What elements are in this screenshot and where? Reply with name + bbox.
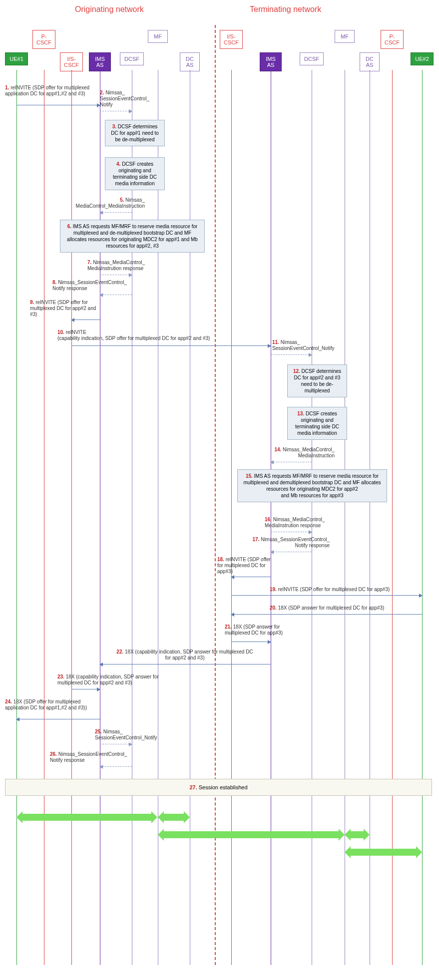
media-arrow-1 [22, 814, 151, 821]
msg-18: 18. reINVITE (SDP offer for multiplexed … [217, 557, 275, 575]
msg-14: 14. Nimsas_MediaControl_ MediaInstructio… [250, 447, 335, 459]
actor-mf-orig: MF [148, 30, 168, 43]
arrow-5 [100, 212, 132, 213]
arrow-25 [100, 744, 132, 744]
arrow-22 [100, 664, 271, 664]
lifeline-ue1 [16, 70, 17, 965]
msg-21: 21. 18X (SDP answer for multiplexed DC f… [225, 624, 305, 636]
note-15: 15. IMS AS requests MF/MRF to reserve me… [237, 469, 387, 502]
actor-dcsf-term: DCSF [300, 52, 324, 65]
arrow-17 [271, 552, 312, 552]
terminating-network-label: Terminating network [250, 5, 321, 14]
arrow-1 [16, 105, 100, 105]
note-4: 4. DCSF creates originating and terminat… [105, 157, 165, 190]
actor-imsas-term: IMS AS [260, 52, 282, 71]
note-12: 12. DCSF determines DC for app#2 and #3 … [287, 364, 347, 397]
media-arrow-3 [164, 831, 339, 838]
arrow-8 [100, 295, 132, 295]
session-established-box: 27. Session established [5, 779, 432, 796]
note-13: 13. DCSF creates originating and termina… [287, 407, 347, 440]
arrow-24 [16, 719, 100, 719]
msg-20: 20. 18X (SDP answer for multiplexed DC f… [270, 605, 420, 611]
actor-dcas-orig: DC AS [180, 52, 200, 71]
msg-16: 16. Nimsas_MediaControl_ MediaInstrution… [265, 517, 345, 529]
arrow-7 [100, 275, 132, 275]
msg-17: 17. Nimsas_SessionEventControl_ Notify r… [240, 537, 330, 549]
msg-1: 1. reINVITE (SDP offer for multiplexed a… [5, 85, 95, 97]
lifeline-dcas-t [370, 70, 370, 965]
actor-ue1: UE#1 [5, 52, 28, 65]
media-arrow-2 [164, 814, 184, 821]
arrow-14 [271, 462, 312, 462]
sequence-diagram: Originating network Terminating network … [0, 0, 439, 980]
msg-19: 19. reINVITE (SDP offer for multiplexed … [270, 587, 420, 593]
arrow-2 [100, 111, 132, 111]
msg-5: 5. Nimsas_ MediaControl_MediaInstruction [70, 197, 145, 209]
media-arrow-4 [351, 831, 364, 838]
lifeline-pcscf-t [392, 70, 393, 965]
actor-imsas-orig: IMS AS [89, 52, 111, 71]
msg-8: 8. Nimsas_SessionEventControl_ Notify re… [52, 280, 137, 292]
arrow-10 [71, 345, 271, 346]
lifeline-ue2 [422, 70, 423, 965]
media-arrow-5 [351, 849, 416, 856]
arrow-20 [231, 614, 422, 615]
arrow-16 [271, 532, 312, 532]
arrow-11 [271, 354, 312, 355]
arrow-18 [231, 577, 271, 577]
actor-pcscf-term: P- CSCF [381, 30, 404, 49]
arrow-21 [231, 642, 271, 642]
arrow-23 [71, 689, 100, 689]
actor-iscscf-term: I/S- CSCF [220, 30, 243, 49]
msg-26: 26. Nimsas_SessionEventControl_ Notify r… [50, 751, 140, 763]
originating-network-label: Originating network [75, 5, 144, 14]
lifeline-pcscf-o [44, 70, 44, 965]
actor-iscscf-orig: I/S- CSCF [60, 52, 83, 71]
msg-2: 2. Nimsas_ SessionEventControl_ Notify [100, 90, 160, 108]
msg-9: 9. reINVITE (SDP offer for multiplexed D… [30, 300, 97, 318]
note-3: 3. DCSF determines DC for app#1 need to … [105, 120, 165, 146]
actor-dcsf-orig: DCSF [120, 52, 144, 65]
actor-dcas-term: DC AS [360, 52, 380, 71]
msg-7: 7. Nimsas_MediaControl_ MediaInstrution … [87, 260, 157, 272]
arrow-26 [100, 766, 132, 767]
msg-11: 11. Nimsas_ SessionEventControl_Notify [272, 339, 352, 351]
msg-25: 25. Nimsas_ SessionEventControl_Notify [95, 729, 175, 741]
msg-22: 22. 18X (capability indication, SDP answ… [115, 649, 255, 661]
actor-pcscf-orig: P- CSCF [32, 30, 55, 49]
msg-10: 10. reINVITE (capability indication, SDP… [57, 329, 232, 341]
actor-mf-term: MF [335, 30, 355, 43]
actor-ue2: UE#2 [411, 52, 434, 65]
note-6: 6. IMS AS requests MF/MRF to reserve med… [60, 220, 205, 253]
arrow-19 [231, 595, 422, 596]
arrow-9 [71, 320, 100, 320]
msg-24: 24. 18X (SDP offer for multiplexed appli… [5, 699, 95, 711]
network-divider [215, 25, 216, 965]
msg-23: 23. 18X (capability indication, SDP answ… [57, 674, 182, 686]
